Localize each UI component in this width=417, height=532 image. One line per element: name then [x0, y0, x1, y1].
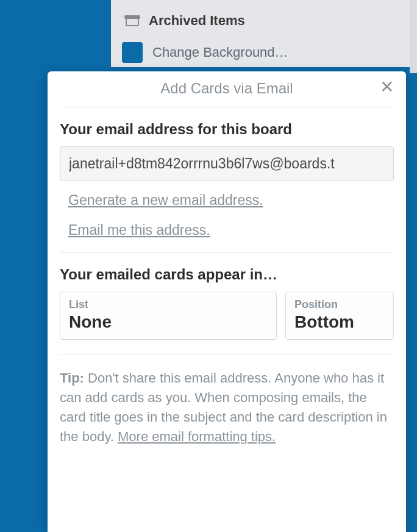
tip-label: Tip:: [60, 370, 84, 386]
generate-new-email-link[interactable]: Generate a new email address.: [68, 192, 263, 209]
archive-icon: [126, 15, 139, 26]
menu-item-change-background[interactable]: Change Background…: [122, 38, 399, 67]
background-color-swatch: [122, 42, 143, 63]
position-select[interactable]: Position Bottom: [285, 292, 394, 340]
board-email-input[interactable]: [60, 146, 394, 181]
close-icon[interactable]: ✕: [380, 79, 394, 96]
divider: [60, 252, 394, 253]
cards-appear-heading: Your emailed cards appear in…: [60, 266, 394, 283]
archived-items-label: Archived Items: [149, 13, 245, 29]
list-select-value: None: [69, 312, 268, 332]
menu-panel-background: Archived Items Change Background…: [111, 0, 410, 67]
destination-selectors: List None Position Bottom: [60, 292, 394, 340]
menu-item-archived[interactable]: Archived Items: [122, 7, 399, 34]
more-formatting-tips-link[interactable]: More email formatting tips.: [118, 429, 276, 444]
email-action-links: Generate a new email address. Email me t…: [68, 192, 394, 239]
list-select[interactable]: List None: [60, 292, 277, 340]
email-address-heading: Your email address for this board: [60, 121, 394, 138]
divider: [60, 354, 394, 355]
popover-title: Add Cards via Email: [160, 80, 293, 96]
position-select-value: Bottom: [294, 312, 385, 332]
email-me-address-link[interactable]: Email me this address.: [68, 222, 210, 239]
list-select-label: List: [69, 298, 268, 311]
email-settings-popover: Add Cards via Email ✕ Your email address…: [48, 71, 406, 532]
tip-paragraph: Tip: Don't share this email address. Any…: [60, 368, 394, 447]
scrollbar[interactable]: [410, 0, 417, 73]
popover-header: Add Cards via Email ✕: [60, 71, 394, 107]
position-select-label: Position: [294, 298, 385, 311]
change-background-label: Change Background…: [152, 45, 288, 60]
